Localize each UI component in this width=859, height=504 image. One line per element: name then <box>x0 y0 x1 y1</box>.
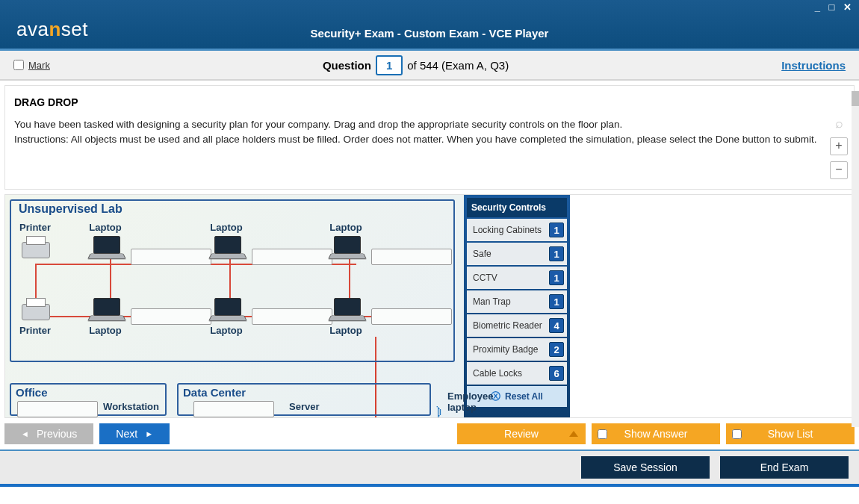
device-label: Printer <box>16 222 55 233</box>
scrollbar-track[interactable] <box>852 91 859 427</box>
control-item[interactable]: Biometric Reader4 <box>467 314 567 337</box>
device-label: Laptop <box>207 325 246 336</box>
end-exam-button[interactable]: End Exam <box>720 456 849 479</box>
instructions-link[interactable]: Instructions <box>781 59 846 72</box>
laptop-icon <box>207 296 246 323</box>
control-count: 1 <box>549 294 564 309</box>
device-label: Workstation <box>103 401 159 412</box>
close-button[interactable]: ✕ <box>842 1 855 13</box>
floor-plan[interactable]: Unsupervised Lab Printer Laptop Laptop L… <box>5 195 464 417</box>
lab-title: Unsupervised Lab <box>16 199 125 219</box>
control-count: 4 <box>549 318 564 333</box>
next-button[interactable]: Next <box>99 423 170 444</box>
title-bar: _ □ ✕ avanset Security+ Exam - Custom Ex… <box>0 0 859 51</box>
drop-zone[interactable] <box>131 308 211 325</box>
show-list-toggle[interactable]: Show List <box>726 423 855 444</box>
office-frame: Office Workstation <box>10 383 167 416</box>
simulation-area: Unsupervised Lab Printer Laptop Laptop L… <box>4 194 855 418</box>
review-button[interactable]: Review <box>457 423 586 444</box>
previous-button[interactable]: Previous <box>4 423 93 444</box>
device-label: Laptop <box>86 222 125 233</box>
device-label: Laptop <box>326 222 365 233</box>
question-text: You have been tasked with designing a se… <box>14 117 845 146</box>
dc-title: Data Center <box>183 386 246 399</box>
control-count: 1 <box>549 223 564 237</box>
printer-icon <box>16 296 55 323</box>
triangle-up-icon <box>569 431 578 437</box>
drop-zone[interactable] <box>371 308 452 325</box>
control-count: 6 <box>549 366 564 381</box>
drop-zone[interactable] <box>252 249 332 265</box>
drop-zone[interactable] <box>131 249 211 265</box>
control-count: 1 <box>549 270 564 285</box>
drop-zone[interactable] <box>17 401 98 417</box>
drop-zone[interactable] <box>252 308 332 325</box>
device-label: Laptop <box>86 325 125 336</box>
question-content: DRAG DROP You have been tasked with desi… <box>4 85 855 190</box>
minimize-button[interactable]: _ <box>813 1 823 13</box>
control-item[interactable]: Locking Cabinets1 <box>467 219 567 241</box>
window-controls: _ □ ✕ <box>813 1 855 13</box>
security-controls-panel: Security Controls Locking Cabinets1 Safe… <box>464 195 570 417</box>
question-number-input[interactable]: 1 <box>376 55 403 75</box>
logo: avanset <box>16 18 88 41</box>
question-header: Mark Question 1 of 544 (Exam A, Q3) Inst… <box>0 51 859 81</box>
scrollbar-thumb[interactable] <box>852 91 859 106</box>
laptop-icon <box>326 296 365 323</box>
control-count: 2 <box>549 342 564 357</box>
blank-area <box>570 195 854 417</box>
control-count: 1 <box>549 246 564 261</box>
control-item[interactable]: CCTV1 <box>467 267 567 289</box>
mark-label[interactable]: Mark <box>28 60 50 71</box>
data-center-frame: Data Center Server <box>177 383 431 416</box>
show-list-checkbox[interactable] <box>732 429 742 439</box>
laptop-icon <box>326 234 365 261</box>
employee-laptop-label: Employee laptop <box>447 391 493 413</box>
wifi-icon: ⟭ <box>435 402 444 418</box>
laptop-icon <box>86 296 125 323</box>
control-item[interactable]: Man Trap1 <box>467 290 567 313</box>
question-type: DRAG DROP <box>14 96 845 108</box>
printer-icon <box>16 234 55 261</box>
mark-checkbox[interactable] <box>13 60 24 70</box>
device-label: Server <box>289 401 319 412</box>
device-label: Printer <box>16 325 55 336</box>
show-answer-toggle[interactable]: Show Answer <box>592 423 720 444</box>
device-label: Laptop <box>326 325 365 336</box>
bottom-bar: Save Session End Exam <box>0 449 859 487</box>
question-indicator: Question 1 of 544 (Exam A, Q3) <box>323 55 509 75</box>
office-title: Office <box>16 386 48 399</box>
control-item[interactable]: Cable Locks6 <box>467 362 567 385</box>
window-title: Security+ Exam - Custom Exam - VCE Playe… <box>311 27 549 40</box>
zoom-search-icon[interactable]: ⌕ <box>830 116 848 131</box>
maximize-button[interactable]: □ <box>828 1 838 13</box>
zoom-out-button[interactable]: − <box>830 161 848 179</box>
drop-zone[interactable] <box>193 401 274 417</box>
laptop-icon <box>207 234 246 261</box>
controls-header: Security Controls <box>467 198 567 217</box>
device-label: Laptop <box>207 222 246 233</box>
laptop-icon <box>86 234 125 261</box>
control-item[interactable]: Proximity Badge2 <box>467 338 567 361</box>
show-answer-checkbox[interactable] <box>598 429 607 439</box>
zoom-in-button[interactable]: + <box>830 137 848 155</box>
navigation-bar: Previous Next Review Show Answer Show Li… <box>4 423 855 445</box>
control-item[interactable]: Safe1 <box>467 243 567 265</box>
drop-zone[interactable] <box>371 249 452 265</box>
save-session-button[interactable]: Save Session <box>581 456 710 479</box>
